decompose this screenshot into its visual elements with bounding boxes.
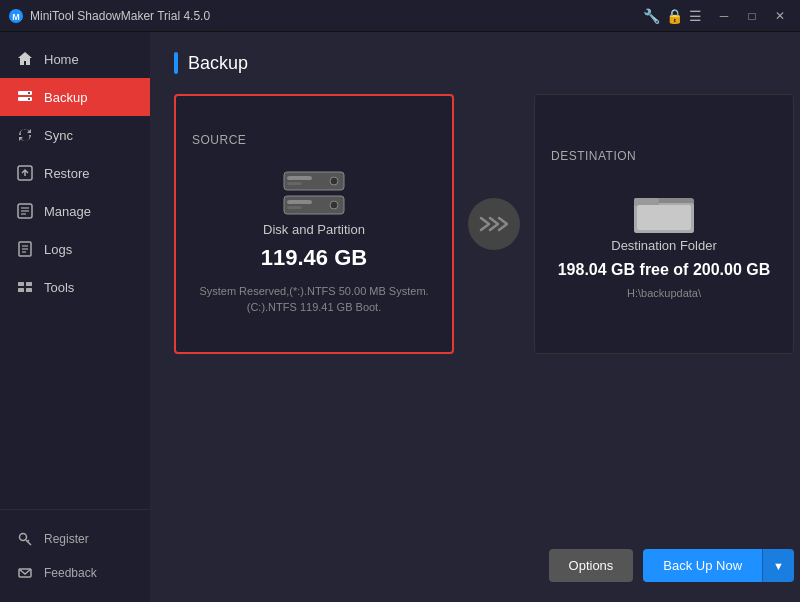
svg-point-26 (330, 177, 338, 185)
source-detail: System Reserved,(*:).NTFS 50.00 MB Syste… (199, 283, 428, 316)
wrench-icon[interactable]: 🔧 (643, 8, 660, 24)
bottom-bar: Options Back Up Now ▼ (174, 529, 794, 582)
source-size: 119.46 GB (261, 245, 367, 271)
sidebar-item-logs[interactable]: Logs (0, 230, 150, 268)
backup-icon (16, 88, 34, 106)
backup-now-button[interactable]: Back Up Now (643, 549, 762, 582)
home-icon (16, 50, 34, 68)
title-accent (174, 52, 178, 74)
mail-icon (16, 564, 34, 582)
sidebar-item-tools[interactable]: Tools (0, 268, 150, 306)
svg-rect-16 (26, 282, 32, 286)
svg-rect-25 (287, 182, 302, 185)
options-button[interactable]: Options (549, 549, 634, 582)
title-bar: M MiniTool ShadowMaker Trial 4.5.0 🔧 🔒 ☰… (0, 0, 800, 32)
sidebar-item-register[interactable]: Register (0, 522, 150, 556)
arrow-area (454, 198, 534, 250)
svg-rect-30 (287, 206, 302, 209)
destination-label: DESTINATION (551, 149, 636, 163)
app-icon: M (8, 8, 24, 24)
sidebar: Home Backup (0, 32, 150, 602)
main-content: Backup SOURCE Disk (150, 32, 800, 602)
menu-icon[interactable]: ☰ (689, 8, 702, 24)
source-panel[interactable]: SOURCE Disk and Partition 119.46 GB (174, 94, 454, 354)
maximize-button[interactable]: □ (740, 5, 764, 27)
close-button[interactable]: ✕ (768, 5, 792, 27)
backup-area: SOURCE Disk and Partition 119.46 GB (174, 94, 794, 354)
svg-point-5 (28, 98, 30, 100)
sidebar-item-manage[interactable]: Manage (0, 192, 150, 230)
svg-point-31 (330, 201, 338, 209)
svg-rect-35 (637, 205, 691, 230)
svg-rect-18 (26, 288, 32, 292)
destination-path: H:\backupdata\ (627, 287, 701, 299)
sidebar-nav: Home Backup (0, 32, 150, 509)
svg-rect-34 (634, 198, 659, 206)
sidebar-item-restore[interactable]: Restore (0, 154, 150, 192)
destination-size: 198.04 GB free of 200.00 GB (558, 261, 771, 279)
folder-icon (629, 183, 699, 238)
svg-point-4 (28, 92, 30, 94)
svg-rect-15 (18, 282, 24, 286)
restore-icon (16, 164, 34, 182)
svg-rect-29 (287, 200, 312, 204)
arrow-button[interactable] (468, 198, 520, 250)
destination-type: Destination Folder (611, 238, 717, 253)
source-type: Disk and Partition (263, 222, 365, 237)
sidebar-item-home[interactable]: Home (0, 40, 150, 78)
window-controls: ─ □ ✕ (712, 5, 792, 27)
source-label: SOURCE (192, 133, 246, 147)
tools-icon (16, 278, 34, 296)
svg-rect-24 (287, 176, 312, 180)
sidebar-item-feedback[interactable]: Feedback (0, 556, 150, 590)
svg-rect-17 (18, 288, 24, 292)
sidebar-footer: Register Feedback (0, 509, 150, 602)
destination-panel[interactable]: DESTINATION Destination Folder 198.04 GB… (534, 94, 794, 354)
title-bar-extra-icons: 🔧 🔒 ☰ (643, 8, 702, 24)
sidebar-item-sync[interactable]: Sync (0, 116, 150, 154)
app-body: Home Backup (0, 32, 800, 602)
sidebar-item-backup[interactable]: Backup (0, 78, 150, 116)
disk-partition-icon (279, 167, 349, 222)
lock-icon[interactable]: 🔒 (666, 8, 683, 24)
logs-icon (16, 240, 34, 258)
app-title: MiniTool ShadowMaker Trial 4.5.0 (30, 9, 643, 23)
svg-text:M: M (12, 12, 20, 22)
key-icon (16, 530, 34, 548)
backup-now-dropdown[interactable]: ▼ (762, 549, 794, 582)
page-title-bar: Backup (174, 52, 794, 74)
svg-point-19 (20, 534, 27, 541)
minimize-button[interactable]: ─ (712, 5, 736, 27)
manage-icon (16, 202, 34, 220)
backup-now-wrap: Back Up Now ▼ (643, 549, 794, 582)
page-title: Backup (188, 53, 248, 74)
sync-icon (16, 126, 34, 144)
